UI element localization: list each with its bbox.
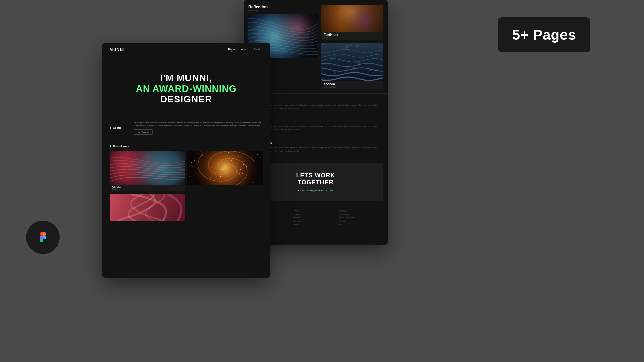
footer-privacy[interactable]: Privacy policy: [339, 213, 383, 215]
galaxy-image: [187, 151, 263, 185]
fortknox-card[interactable]: FortKnox dVdb: [321, 5, 383, 40]
pages-badge: 5+ Pages: [498, 17, 590, 52]
nav-link-contact[interactable]: Contact: [253, 48, 263, 52]
recent-dot: [110, 145, 111, 147]
footer-styleguide[interactable]: Styleguide: [339, 210, 383, 212]
footer-instagram[interactable]: Instagram: [293, 213, 337, 215]
about-text: My design process is driven by a user-ce…: [134, 121, 263, 127]
rp-reflection-sub: Branding: [248, 9, 318, 12]
fortknox-sub: dVdb: [324, 37, 380, 39]
cta-line1: LETS WORK: [255, 172, 376, 179]
ocean-image: [321, 43, 383, 81]
rp-reflection-title: Reflection: [248, 5, 318, 9]
site-nav: MUNNI Home About Contact: [102, 43, 270, 56]
about-content: My design process is driven by a user-ce…: [134, 121, 263, 135]
yodora-card[interactable]: Yodora Landing Page: [321, 43, 383, 89]
footer-sitemap[interactable]: Sitemap: [339, 220, 383, 222]
footer-twitter[interactable]: Twitter: [293, 210, 337, 212]
figma-icon: [26, 221, 60, 254]
cta-email[interactable]: MUNNI@GMAIL.COM: [255, 189, 376, 192]
yodora-title: Yodora: [324, 82, 380, 86]
cta-dot: [298, 190, 299, 191]
hero-line2: AN AWARD-WINNING: [110, 83, 263, 94]
footer-col-3: Styleguide Privacy policy Terms & condit…: [339, 210, 383, 225]
recent-work-section: Recent Work Reflection Branding: [102, 141, 270, 224]
footer-404[interactable]: 404: [339, 223, 383, 225]
work-item-reflection[interactable]: Reflection Branding: [110, 151, 185, 191]
footer-figma[interactable]: Figma: [293, 223, 337, 225]
work-grid: Reflection Branding: [110, 151, 263, 221]
reflection-subtitle: Branding: [112, 188, 183, 190]
work-item-pink[interactable]: [110, 194, 185, 221]
cta-line2: TOGETHER: [255, 179, 376, 186]
recent-work-label: Recent Work: [110, 145, 263, 148]
hero-section: I'M MUNNI, AN AWARD-WINNING DESIGNER: [102, 56, 270, 115]
website-mockup: MUNNI Home About Contact I'M MUNNI, AN A…: [102, 43, 270, 278]
pages-badge-text: 5+ Pages: [512, 27, 576, 43]
nav-link-about[interactable]: About: [241, 48, 248, 52]
fortknox-title: FortKnox: [324, 33, 380, 37]
footer-behance[interactable]: Behance: [293, 220, 337, 222]
pink-wave-image: [110, 194, 185, 221]
footer-dribbble[interactable]: Dribbble: [293, 217, 337, 219]
fortknox-image: [321, 5, 383, 32]
work-item-galaxy[interactable]: [187, 151, 263, 191]
about-section: About My design process is driven by a u…: [102, 115, 270, 141]
hero-line3: DESIGNER: [110, 94, 263, 105]
nav-links: Home About Contact: [228, 48, 263, 52]
nav-link-home[interactable]: Home: [228, 48, 235, 52]
footer-col-2: Twitter Instagram Dribbble Behance Figma: [293, 210, 337, 225]
about-dot: [110, 127, 111, 129]
more-about-button[interactable]: More About Me: [134, 129, 153, 135]
about-label: About: [110, 121, 130, 135]
rp-right-section: FortKnox dVdb Yodora Landing Page: [321, 5, 383, 89]
yodora-sub: Landing Page: [324, 86, 380, 88]
hero-line1: I'M MUNNI,: [110, 73, 263, 83]
site-logo: MUNNI: [110, 48, 125, 52]
footer-terms[interactable]: Terms & conditions: [339, 217, 383, 219]
reflection-image: [110, 151, 185, 185]
